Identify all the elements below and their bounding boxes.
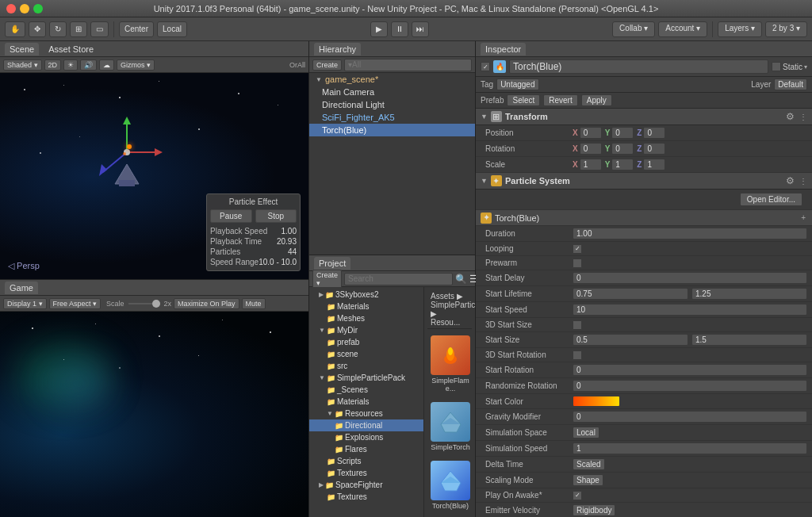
move-tool[interactable]: ✥ [29, 21, 46, 37]
tab-scene[interactable]: Scene [5, 43, 39, 56]
account-button[interactable]: Account ▾ [658, 21, 707, 37]
rotate-tool[interactable]: ↻ [49, 21, 67, 37]
particle-system-section-header[interactable]: ▼ ✦ Particle System ⚙ ⋮ [476, 173, 812, 190]
scale-slider[interactable] [128, 303, 160, 304]
position-x-value[interactable]: 0 [580, 127, 602, 139]
rotation-x-value[interactable]: 0 [580, 143, 602, 155]
local-button[interactable]: Local [157, 21, 187, 37]
tree-item-src[interactable]: 📁 src [309, 360, 423, 372]
prewarm-check[interactable] [573, 258, 582, 268]
tree-item-scenes[interactable]: 📁 _Scenes [309, 384, 423, 396]
layout-button[interactable]: 2 by 3 ▾ [765, 21, 807, 37]
rotation-y-value[interactable]: 0 [611, 143, 634, 155]
open-editor-btn[interactable]: Open Editor... [740, 193, 802, 206]
tab-inspector[interactable]: Inspector [481, 43, 526, 56]
asset-item-simpleflame1[interactable]: SimpleFlame... [427, 332, 473, 396]
maximize-button[interactable] [33, 4, 43, 13]
scale-x-value[interactable]: 1 [580, 159, 602, 170]
position-z-value[interactable]: 0 [643, 127, 665, 139]
project-search-icon[interactable]: 🔍 [455, 274, 467, 285]
start-delay-value[interactable]: 0 [573, 272, 807, 284]
tree-item-meshes[interactable]: 📁 Meshes [309, 312, 423, 324]
tab-asset-store[interactable]: Asset Store [44, 43, 98, 56]
duration-value[interactable]: 1.00 [573, 228, 807, 239]
start-color-value[interactable] [573, 396, 620, 407]
apply-btn[interactable]: Apply [581, 94, 612, 106]
fx-button[interactable]: ☁ [99, 59, 114, 71]
tree-item-materials-1[interactable]: 📁 Materials [309, 301, 423, 312]
asset-item-simpletorch[interactable]: SimpleTorch [427, 399, 473, 454]
minimize-button[interactable] [20, 4, 29, 13]
transform-section-header[interactable]: ▼ ⊞ Transform ⚙ ⋮ [476, 109, 812, 125]
display-button[interactable]: Display 1 ▾ [3, 298, 47, 309]
particle-overflow-btn[interactable]: ⋮ [799, 177, 807, 186]
project-create-btn[interactable]: Create ▾ [312, 270, 342, 289]
looping-check[interactable] [573, 244, 582, 254]
object-enabled-check[interactable] [481, 62, 490, 71]
start-rotation-value[interactable]: 0 [573, 364, 807, 376]
particle-gear-btn[interactable]: ⚙ [784, 175, 796, 186]
audio-button[interactable]: 🔊 [80, 59, 97, 71]
tree-item-simpleparticlepack[interactable]: ▼ 📁 SimpleParticlePack [309, 372, 423, 384]
start-lifetime-max[interactable]: 1.25 [691, 288, 807, 300]
scaling-mode-value[interactable]: Shape [573, 474, 603, 486]
mute-btn[interactable]: Mute [242, 298, 266, 309]
transform-gear-btn[interactable]: ⚙ [784, 111, 796, 122]
3d-start-size-check[interactable] [573, 320, 582, 330]
simulation-space-value[interactable]: Local [573, 427, 599, 438]
close-button[interactable] [6, 4, 16, 13]
project-search[interactable] [344, 273, 453, 285]
revert-btn[interactable]: Revert [543, 94, 577, 106]
collab-button[interactable]: Collab ▾ [612, 21, 655, 37]
hierarchy-item-torch-blue[interactable]: Torch(Blue) [309, 124, 475, 136]
emitter-velocity-value[interactable]: Rigidbody [573, 504, 615, 516]
tree-item-3skyboxes2[interactable]: ▶ 📁 3Skyboxes2 [309, 289, 423, 301]
2d-button[interactable]: 2D [44, 59, 62, 71]
shaded-dropdown[interactable]: Shaded ▾ [3, 59, 42, 71]
tree-item-mydir[interactable]: ▼ 📁 MyDir [309, 324, 423, 336]
start-lifetime-min[interactable]: 0.75 [573, 288, 688, 300]
hierarchy-item-main-camera[interactable]: Main Camera [309, 86, 475, 98]
static-check[interactable] [772, 62, 781, 71]
tree-item-explosions[interactable]: 📁 Explosions [309, 431, 423, 443]
tree-item-materials-2[interactable]: 📁 Materials [309, 396, 423, 408]
pause-particle-btn[interactable]: Pause [210, 209, 252, 223]
step-button[interactable]: ⏭ [412, 21, 429, 37]
tree-item-scene[interactable]: 📁 scene [309, 348, 423, 360]
pause-button[interactable]: ⏸ [391, 21, 408, 37]
tree-item-spacefighter[interactable]: ▶ 📁 SpaceFighter [309, 479, 423, 491]
play-on-awake-check[interactable] [573, 491, 582, 500]
tab-game[interactable]: Game [5, 281, 38, 294]
rect-tool[interactable]: ▭ [90, 21, 109, 37]
tab-project[interactable]: Project [314, 257, 350, 270]
tree-item-textures-1[interactable]: 📁 Textures [309, 467, 423, 479]
tree-item-scripts[interactable]: 📁 Scripts [309, 455, 423, 467]
hierarchy-search[interactable] [344, 59, 472, 71]
gizmos-button[interactable]: Gizmos ▾ [117, 59, 155, 71]
hand-tool[interactable]: ✋ [5, 21, 25, 37]
tag-dropdown[interactable]: Untagged [496, 79, 538, 90]
layer-dropdown[interactable]: Default [774, 79, 807, 90]
gravity-modifier-value[interactable]: 0 [573, 411, 807, 423]
tree-item-directional[interactable]: 📁 Directional [309, 419, 423, 431]
tab-hierarchy[interactable]: Hierarchy [314, 43, 361, 56]
position-y-value[interactable]: 0 [611, 127, 634, 139]
stop-particle-btn[interactable]: Stop [255, 209, 297, 223]
scale-tool[interactable]: ⊞ [70, 21, 87, 37]
hierarchy-create-btn[interactable]: Create [312, 59, 342, 71]
randomize-rotation-value[interactable]: 0 [573, 380, 807, 392]
rotation-z-value[interactable]: 0 [643, 143, 665, 155]
hierarchy-item-directional-light[interactable]: Directional Light [309, 98, 475, 111]
scale-z-value[interactable]: 1 [643, 159, 665, 170]
scene-content[interactable]: ◁ Persp Particle Effect Pause Stop Playb… [0, 73, 308, 279]
center-button[interactable]: Center [119, 21, 154, 37]
hierarchy-item-game-scene[interactable]: ▼ game_scene* [309, 73, 475, 86]
select-btn[interactable]: Select [507, 94, 540, 106]
tree-item-resources[interactable]: ▼ 📁 Resources [309, 408, 423, 419]
tree-item-textures-2[interactable]: 📁 Textures [309, 491, 423, 503]
lighting-button[interactable]: ☀ [63, 59, 78, 71]
start-size-min[interactable]: 0.5 [573, 334, 688, 346]
start-size-max[interactable]: 1.5 [691, 334, 807, 346]
3d-start-rotation-check[interactable] [573, 350, 582, 360]
aspect-button[interactable]: Free Aspect ▾ [49, 298, 102, 309]
